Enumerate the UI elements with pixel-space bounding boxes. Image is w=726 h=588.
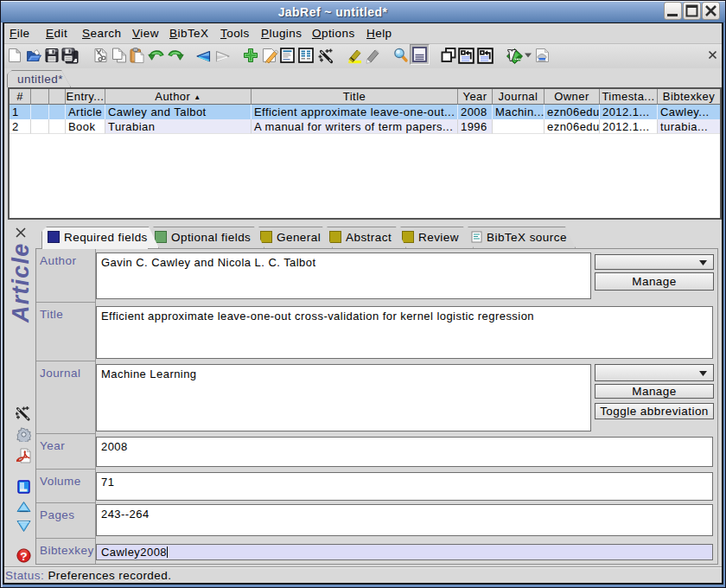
svg-text:?: ?: [20, 550, 28, 563]
